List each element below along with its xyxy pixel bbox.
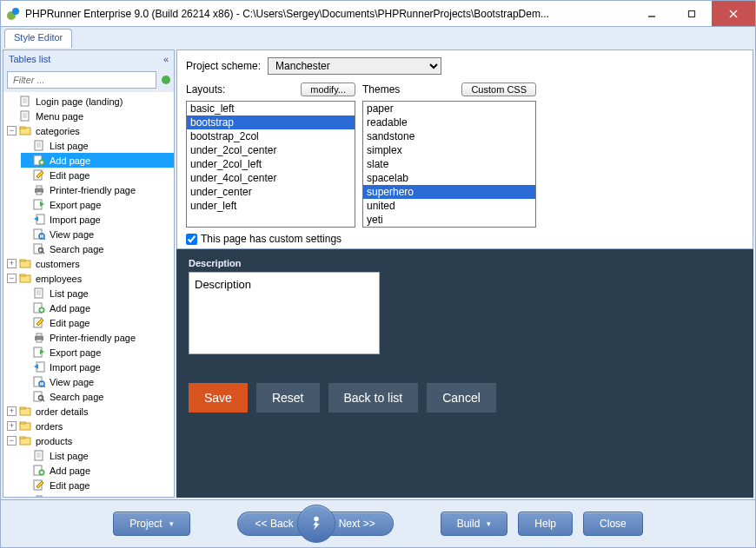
modify-button[interactable]: modify... <box>301 83 355 96</box>
tab-style-editor[interactable]: Style Editor <box>4 29 72 48</box>
svg-rect-26 <box>36 186 42 188</box>
list-item[interactable]: spacelab <box>363 171 535 185</box>
description-textarea[interactable] <box>189 272 380 354</box>
filter-input[interactable] <box>7 71 156 89</box>
tree-node[interactable]: Edit page <box>21 168 174 182</box>
tree-node[interactable]: List page <box>21 286 174 300</box>
list-item[interactable]: under_2col_left <box>187 157 355 171</box>
tree-node[interactable]: Menu page <box>7 109 174 123</box>
view-icon <box>33 228 45 240</box>
tree-node-label: Import page <box>48 362 103 373</box>
tree-node[interactable]: +orders <box>7 419 174 433</box>
list-item[interactable]: slate <box>363 157 535 171</box>
window-title: PHPRunner Enterprise 9.0 (Build 26214 x8… <box>25 8 632 20</box>
tree-node[interactable]: Add page <box>21 153 174 168</box>
tree-node[interactable]: Export page <box>21 345 174 360</box>
list-item[interactable]: readable <box>363 116 535 129</box>
tables-tree[interactable]: Login page (landing)Menu page−categories… <box>3 92 174 497</box>
tree-node[interactable]: Search page <box>21 389 174 404</box>
custom-css-button[interactable]: Custom CSS <box>461 83 536 96</box>
tree-node-label: List page <box>48 288 90 299</box>
tree-node[interactable]: Printer-friendly page <box>21 182 174 197</box>
folder-icon <box>19 435 31 446</box>
sidebar-header-label: Tables list <box>9 54 50 64</box>
list-item[interactable]: bootstrap_2col <box>187 129 355 143</box>
tree-node-label: List page <box>48 141 90 151</box>
svg-line-59 <box>43 399 44 401</box>
save-button[interactable]: Save <box>189 383 248 413</box>
tree-node[interactable]: −products <box>7 433 174 448</box>
list-item[interactable]: superhero <box>363 185 535 199</box>
tree-node-label: Search page <box>48 244 105 254</box>
tree-toggle-icon[interactable]: + <box>7 259 17 268</box>
tree-node[interactable]: +customers <box>7 256 174 271</box>
project-button[interactable]: Project <box>113 512 189 536</box>
tree-node[interactable]: −employees <box>7 271 174 286</box>
help-button[interactable]: Help <box>518 512 573 536</box>
view-icon <box>33 376 45 387</box>
tree-toggle-icon[interactable]: − <box>7 274 17 283</box>
wizard-run-icon[interactable] <box>297 505 335 543</box>
tree-node[interactable]: Add page <box>21 300 174 315</box>
close-button[interactable] <box>712 1 755 26</box>
tree-toggle-icon[interactable]: − <box>7 126 17 135</box>
tree-node[interactable]: Search page <box>21 241 174 256</box>
close-app-button[interactable]: Close <box>583 512 643 536</box>
tree-node[interactable]: List page <box>21 448 174 463</box>
cancel-button[interactable]: Cancel <box>427 383 496 413</box>
svg-rect-27 <box>36 192 42 195</box>
build-button[interactable]: Build <box>441 512 508 536</box>
list-item[interactable]: under_2col_center <box>187 143 355 157</box>
tree-node[interactable]: View page <box>21 227 174 241</box>
list-item[interactable]: under_center <box>187 185 355 199</box>
list-item[interactable]: under_left <box>187 199 355 213</box>
tree-node-label: Menu page <box>34 111 85 122</box>
tree-node[interactable]: Add page <box>21 463 174 478</box>
folder-icon <box>19 406 31 417</box>
minimize-button[interactable] <box>632 1 672 26</box>
list-item[interactable]: bootstrap <box>187 116 355 129</box>
tree-node-label: customers <box>34 259 82 269</box>
back-to-list-button[interactable]: Back to list <box>328 383 419 413</box>
tree-toggle-icon[interactable]: − <box>7 436 17 446</box>
list-item[interactable]: under_4col_center <box>187 171 355 185</box>
tree-node[interactable]: Printer-friendly page <box>21 330 174 345</box>
themes-listbox[interactable]: paperreadablesandstonesimplexslatespacel… <box>362 101 536 228</box>
tree-node[interactable]: Import page <box>21 360 174 374</box>
tree-node[interactable]: Import page <box>21 212 174 227</box>
tree-node[interactable]: List page <box>21 138 174 153</box>
page-icon <box>33 287 45 299</box>
folder-icon <box>19 420 31 432</box>
list-item[interactable]: paper <box>363 102 535 116</box>
sidebar: Tables list « Login page (landing)Menu p… <box>3 50 175 498</box>
tree-node-label: Add page <box>48 155 92 166</box>
reset-button[interactable]: Reset <box>256 383 320 413</box>
tree-node[interactable]: Edit page <box>21 315 174 330</box>
tree-node[interactable]: +order details <box>7 404 174 419</box>
list-item[interactable]: united <box>363 199 535 213</box>
add-icon <box>33 465 45 476</box>
maximize-button[interactable] <box>672 1 712 26</box>
themes-label: Themes <box>362 83 400 96</box>
preview-panel: Description Save Reset Back to list Canc… <box>176 249 753 498</box>
layouts-listbox[interactable]: basic_leftbootstrapbootstrap_2colunder_2… <box>186 101 355 228</box>
tree-toggle-icon[interactable]: + <box>7 406 17 416</box>
tree-node-label: Add page <box>48 465 92 476</box>
tree-node[interactable]: View page <box>21 374 174 389</box>
project-scheme-select[interactable]: Manchester <box>268 57 441 75</box>
tree-node[interactable]: Edit page <box>21 478 174 492</box>
tree-node[interactable]: Printer-friendly page <box>21 492 174 497</box>
tree-node[interactable]: Login page (landing) <box>7 94 174 109</box>
list-item[interactable]: yeti <box>363 213 535 227</box>
tree-node[interactable]: Export page <box>21 197 174 212</box>
collapse-sidebar-icon[interactable]: « <box>163 54 169 64</box>
list-item[interactable]: basic_left <box>187 102 355 116</box>
tree-node-label: employees <box>34 274 83 284</box>
list-item[interactable]: simplex <box>363 143 535 157</box>
page-icon <box>19 96 31 107</box>
tree-node-label: Edit page <box>48 480 91 491</box>
tree-node[interactable]: −categories <box>7 123 174 138</box>
list-item[interactable]: sandstone <box>363 129 535 143</box>
tree-toggle-icon[interactable]: + <box>7 421 17 431</box>
custom-settings-checkbox[interactable] <box>186 234 197 245</box>
